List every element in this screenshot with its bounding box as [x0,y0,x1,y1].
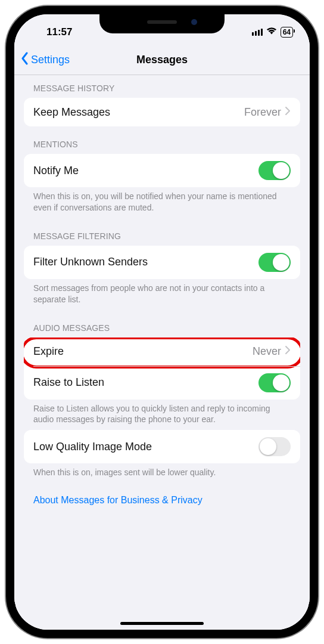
notify-me-label: Notify Me [33,165,79,177]
screen: 11:57 64 Settings Messages MESSAGE HISTO… [14,14,310,630]
group-filtering: Filter Unknown Senders [24,246,300,279]
expire-row[interactable]: Expire Never [24,338,300,366]
status-time: 11:57 [31,26,72,38]
notify-me-toggle[interactable] [258,161,291,180]
group-audio: Expire Never Raise to Listen [24,338,300,400]
low-quality-row: Low Quality Image Mode [24,430,300,463]
chevron-left-icon [20,52,29,68]
wifi-icon [266,26,277,38]
battery-indicator: 64 [281,27,293,38]
back-button[interactable]: Settings [20,52,70,68]
back-label: Settings [31,54,70,66]
cellular-signal-icon [252,29,263,36]
navigation-bar: Settings Messages [14,45,310,75]
filter-unknown-toggle[interactable] [258,253,291,272]
group-mentions: Notify Me [24,154,300,187]
keep-messages-value: Forever [244,106,281,119]
settings-content: MESSAGE HISTORY Keep Messages Forever ME… [14,75,310,630]
keep-messages-row[interactable]: Keep Messages Forever [24,98,300,126]
phone-frame: 11:57 64 Settings Messages MESSAGE HISTO… [6,6,318,638]
group-quality: Low Quality Image Mode [24,430,300,463]
notch [99,14,225,33]
about-messages-link[interactable]: About Messages for Business & Privacy [24,483,300,512]
audio-footer: Raise to Listen allows you to quickly li… [24,400,300,431]
quality-footer: When this is on, images sent will be low… [24,463,300,483]
page-title: Messages [136,54,188,66]
low-quality-toggle[interactable] [258,437,291,456]
filter-unknown-label: Filter Unknown Senders [33,256,148,268]
chevron-right-icon [285,106,291,119]
filter-unknown-row: Filter Unknown Senders [24,246,300,279]
mentions-footer: When this is on, you will be notified wh… [24,187,300,218]
section-header-audio: AUDIO MESSAGES [24,310,300,338]
keep-messages-label: Keep Messages [33,106,110,119]
notify-me-row: Notify Me [24,154,300,187]
home-indicator[interactable] [120,622,204,625]
filtering-footer: Sort messages from people who are not in… [24,279,300,310]
chevron-right-icon [285,345,291,358]
group-history: Keep Messages Forever [24,98,300,126]
section-header-history: MESSAGE HISTORY [24,75,300,98]
expire-value: Never [253,345,281,358]
low-quality-label: Low Quality Image Mode [33,441,152,453]
raise-to-listen-row: Raise to Listen [24,366,300,400]
raise-to-listen-label: Raise to Listen [33,376,104,389]
raise-to-listen-toggle[interactable] [258,373,291,392]
section-header-mentions: MENTIONS [24,126,300,154]
section-header-filtering: MESSAGE FILTERING [24,218,300,246]
expire-label: Expire [33,345,64,358]
